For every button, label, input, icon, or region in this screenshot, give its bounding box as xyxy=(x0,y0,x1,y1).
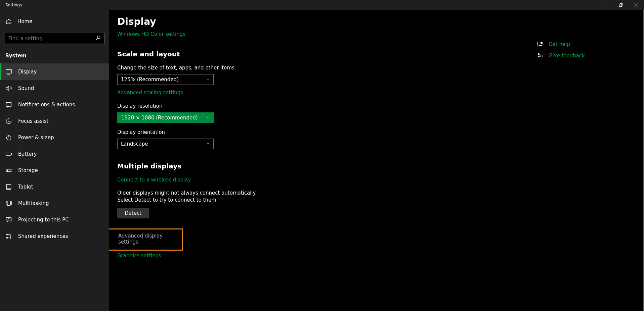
sidebar-item-shared[interactable]: Shared experiences xyxy=(0,228,109,244)
graphics-settings-link[interactable]: Graphics settings xyxy=(117,253,420,259)
orientation-label: Display orientation xyxy=(117,129,420,135)
share-icon xyxy=(5,233,12,240)
sidebar-item-label: Notifications & actions xyxy=(18,102,75,108)
chat-icon xyxy=(536,41,543,48)
close-button[interactable] xyxy=(629,0,644,10)
scale-label: Change the size of text, apps, and other… xyxy=(117,65,420,71)
maximize-button[interactable] xyxy=(613,0,629,10)
svg-rect-21 xyxy=(11,202,12,205)
orientation-value: Landscape xyxy=(121,141,148,147)
svg-rect-10 xyxy=(6,102,11,106)
svg-point-24 xyxy=(10,234,11,235)
detect-button[interactable]: Detect xyxy=(117,208,149,218)
sidebar-item-label: Battery xyxy=(18,151,37,157)
svg-rect-17 xyxy=(6,184,11,189)
page-title: Display xyxy=(117,16,420,27)
search-input[interactable] xyxy=(8,36,95,42)
svg-rect-14 xyxy=(11,153,12,155)
resolution-label: Display resolution xyxy=(117,103,420,109)
svg-rect-33 xyxy=(541,55,543,57)
sidebar-item-battery[interactable]: Battery xyxy=(0,146,109,162)
svg-point-25 xyxy=(6,237,7,238)
advanced-display-link[interactable]: Advanced display settings xyxy=(118,233,177,245)
svg-rect-2 xyxy=(620,4,622,6)
search-box[interactable] xyxy=(5,33,104,44)
sidebar-item-label: Storage xyxy=(18,167,38,173)
get-help-label: Get help xyxy=(549,41,570,47)
titlebar: Settings xyxy=(0,0,644,10)
sidebar-item-label: Display xyxy=(18,69,37,75)
resolution-dropdown[interactable]: 1920 × 1080 (Recommended) xyxy=(117,112,214,123)
wireless-display-link[interactable]: Connect to a wireless display xyxy=(117,177,420,183)
svg-marker-9 xyxy=(6,86,9,90)
home-nav[interactable]: Home xyxy=(0,15,109,28)
hd-color-link[interactable]: Windows HD Color settings xyxy=(117,31,420,37)
orientation-dropdown[interactable]: Landscape xyxy=(117,139,214,149)
advanced-scaling-link[interactable]: Advanced scaling settings xyxy=(117,90,420,96)
window-controls xyxy=(598,0,644,10)
give-feedback-label: Give feedback xyxy=(549,53,585,59)
tablet-icon xyxy=(5,184,12,190)
feedback-icon xyxy=(536,52,543,59)
section-system-label: System xyxy=(0,49,109,63)
sidebar-item-label: Tablet xyxy=(18,184,33,190)
minimize-button[interactable] xyxy=(598,0,613,10)
svg-point-16 xyxy=(7,170,8,171)
sidebar-item-storage[interactable]: Storage xyxy=(0,162,109,178)
project-icon xyxy=(5,216,12,223)
window-title: Settings xyxy=(5,3,22,7)
svg-line-6 xyxy=(96,38,98,40)
scale-value: 125% (Recommended) xyxy=(121,76,179,83)
multiple-displays-heading: Multiple displays xyxy=(117,162,420,170)
sidebar-item-label: Sound xyxy=(18,85,34,91)
main-area: Display Windows HD Color settings Scale … xyxy=(109,10,644,311)
multitask-icon xyxy=(5,200,12,207)
sidebar-item-focus[interactable]: Focus assist xyxy=(0,113,109,129)
battery-icon xyxy=(5,151,12,157)
content-column: Display Windows HD Color settings Scale … xyxy=(109,10,428,311)
give-feedback-link[interactable]: Give feedback xyxy=(536,52,624,59)
sidebar: Home System Display Sound xyxy=(0,10,109,311)
sidebar-item-label: Power & sleep xyxy=(18,135,54,141)
sidebar-item-label: Projecting to this PC xyxy=(18,217,69,223)
svg-rect-22 xyxy=(6,217,11,221)
sidebar-item-tablet[interactable]: Tablet xyxy=(0,178,109,195)
maximize-icon xyxy=(619,3,622,7)
svg-rect-20 xyxy=(7,201,10,205)
power-icon xyxy=(5,134,12,141)
svg-rect-19 xyxy=(6,202,7,205)
notification-icon xyxy=(5,101,12,108)
display-icon xyxy=(5,68,12,75)
detect-hint-text: Older displays might not always connect … xyxy=(117,190,262,204)
chevron-down-icon xyxy=(206,141,210,147)
sidebar-item-power[interactable]: Power & sleep xyxy=(0,129,109,146)
sidebar-item-label: Multitasking xyxy=(18,200,49,206)
svg-point-32 xyxy=(538,53,540,55)
sidebar-item-projecting[interactable]: Projecting to this PC xyxy=(0,211,109,228)
minimize-icon xyxy=(604,3,607,7)
close-icon xyxy=(635,3,638,7)
scale-dropdown[interactable]: 125% (Recommended) xyxy=(117,74,214,85)
svg-rect-7 xyxy=(6,69,12,73)
svg-rect-1 xyxy=(619,4,622,7)
sidebar-item-label: Focus assist xyxy=(18,118,48,124)
sidebar-item-multitasking[interactable]: Multitasking xyxy=(0,195,109,211)
sound-icon xyxy=(5,85,12,92)
svg-point-31 xyxy=(541,42,543,44)
search-icon xyxy=(95,35,101,42)
svg-point-26 xyxy=(10,237,11,238)
home-icon xyxy=(5,18,12,25)
svg-rect-13 xyxy=(6,153,11,155)
resolution-value: 1920 × 1080 (Recommended) xyxy=(121,115,198,121)
get-help-link[interactable]: Get help xyxy=(536,41,624,48)
sidebar-item-sound[interactable]: Sound xyxy=(0,80,109,96)
focus-icon xyxy=(5,118,12,124)
chevron-down-icon xyxy=(206,115,210,121)
svg-point-5 xyxy=(97,36,100,39)
scale-layout-heading: Scale and layout xyxy=(117,50,420,58)
home-label: Home xyxy=(17,18,32,24)
sidebar-item-notifications[interactable]: Notifications & actions xyxy=(0,96,109,113)
sidebar-item-display[interactable]: Display xyxy=(0,63,109,80)
chevron-down-icon xyxy=(206,76,210,83)
nav-list: Display Sound Notifications & actions Fo… xyxy=(0,63,109,244)
